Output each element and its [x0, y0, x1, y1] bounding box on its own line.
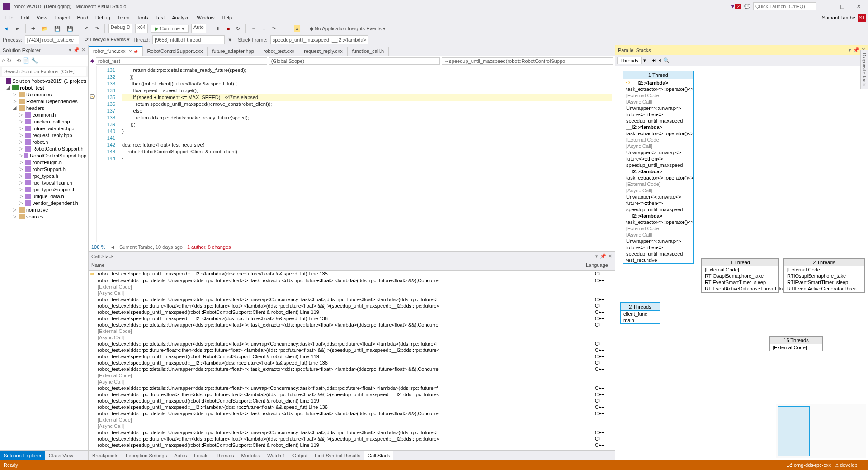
file-robotSupport.h[interactable]: ▷robotSupport.h — [0, 166, 88, 172]
code-editor[interactable]: ⇨ 13113213313413513613713813914014114214… — [89, 66, 615, 242]
tab-function_call.h[interactable]: function_call.h — [348, 47, 389, 56]
nav-project[interactable]: robot_test — [96, 57, 267, 65]
show-all-icon[interactable]: 📄 — [23, 57, 29, 64]
file-RobotControlSupport.hpp[interactable]: ▷RobotControlSupport.hpp — [0, 152, 88, 159]
zoom-level[interactable]: 100 % — [91, 244, 105, 250]
tab-RobotControlSupport.cxx[interactable]: RobotControlSupport.cxx — [143, 47, 208, 56]
break-all-icon[interactable]: ⏸ — [214, 25, 222, 32]
menu-project[interactable]: Project — [51, 14, 73, 21]
thread-combo[interactable]: [9656] ntdll.dll thread — [152, 35, 225, 44]
callstack-col-name[interactable]: Name — [89, 261, 583, 270]
file-common.h[interactable]: ▷common.h — [0, 111, 88, 118]
step-out-icon[interactable]: ↑ — [280, 25, 287, 32]
file-unique_data.h[interactable]: ▷unique_data.h — [0, 193, 88, 199]
restart-icon[interactable]: ↻ — [234, 25, 242, 32]
file-robotPlugin.h[interactable]: ▷robotPlugin.h — [0, 159, 88, 166]
stop-icon[interactable]: ■ — [225, 25, 232, 32]
undo-icon[interactable]: ↶ — [83, 25, 90, 32]
callstack-row[interactable]: robot_test.exe!speedup_until_maxspeed(ro… — [89, 309, 615, 315]
status-publish-icon[interactable]: ↑ — [862, 462, 865, 468]
thread-filter-icon[interactable]: ▼ — [227, 37, 232, 43]
parallel-stacks-minimap[interactable] — [776, 404, 866, 458]
user-name[interactable]: Sumant Tambe — [822, 15, 855, 20]
callstack-row[interactable]: [External Code] — [89, 284, 615, 290]
tab-class-view[interactable]: Class View — [45, 451, 77, 460]
nav-scope[interactable]: (Global Scope) — [269, 57, 440, 65]
feedback-icon[interactable]: 💬 — [744, 4, 750, 9]
callstack-row[interactable]: robot_test.exe!dds::rpc::details::Unwrap… — [89, 341, 615, 347]
callstack-row[interactable]: robot_test.exe!speedup_until_maxspeed(ro… — [89, 442, 615, 448]
callstack-col-lang[interactable]: Language — [583, 261, 615, 270]
nav-back-icon[interactable]: ◄ — [2, 25, 10, 32]
callstack-row[interactable]: robot_test.exe!dds::rpc::details::Unwrap… — [89, 322, 615, 328]
file-rpc_typesSupport.h[interactable]: ▷rpc_typesSupport.h — [0, 186, 88, 193]
menu-file[interactable]: File — [2, 14, 17, 21]
config-combo[interactable]: Debug D — [108, 24, 132, 33]
properties-icon[interactable]: 🔧 — [31, 57, 38, 64]
sync-icon[interactable]: ⟲ — [16, 57, 21, 64]
collapse-icon[interactable]: ↻ — [7, 57, 11, 64]
file-vendor_dependent.h[interactable]: ▷vendor_dependent.h — [0, 199, 88, 206]
callstack-row[interactable]: [External Code] — [89, 328, 615, 334]
open-icon[interactable]: 📂 — [40, 25, 50, 32]
status-repo[interactable]: ⎇ omg-dds-rpc-cxx — [787, 462, 831, 468]
menu-edit[interactable]: Edit — [17, 14, 33, 21]
file-request_reply.hpp[interactable]: ▷request_reply.hpp — [0, 132, 88, 138]
stackframe-combo[interactable]: speedup_until_maxspeed::__l2::<lambda> — [270, 35, 368, 44]
auto-combo[interactable]: Auto — [191, 24, 206, 33]
notification-flag-icon[interactable]: ▼2 — [731, 4, 741, 9]
callstack-row[interactable]: ⇨robot_test.exe!speedup_until_maxspeed::… — [89, 271, 615, 277]
lifecycle-dropdown[interactable]: ⟳ Lifecycle Events ▾ — [85, 37, 130, 43]
callstack-row[interactable]: robot_test.exe!dds::rpc::details::Unwrap… — [89, 429, 615, 436]
callstack-row[interactable]: [Async Call] — [89, 423, 615, 429]
callstack-row[interactable]: robot_test.exe!dds::rpc::details::Unwrap… — [89, 277, 615, 284]
nav-fwd-icon[interactable]: ► — [13, 25, 22, 32]
diagnostic-tools-tab[interactable]: Diagnostic Tools — [860, 50, 868, 89]
callstack-row[interactable]: [Async Call] — [89, 379, 615, 385]
tab-robot_func.cxx[interactable]: robot_func.cxx✕ — [89, 46, 143, 56]
callstack-row[interactable]: [Async Call] — [89, 290, 615, 296]
parallel-stacks-canvas[interactable]: 1 Thread⇨__l2::<lambda>task_extractor<>:… — [615, 66, 868, 460]
ps-tool-icon[interactable]: ⊞ — [651, 57, 656, 63]
codelens-author[interactable]: Sumant Tambe, 10 days ago — [119, 244, 183, 250]
callstack-row[interactable]: [Async Call] — [89, 334, 615, 341]
file-RobotControlSupport.h[interactable]: ▷RobotControlSupport.h — [0, 145, 88, 152]
bottom-tab-exception-settings[interactable]: Exception Settings — [122, 451, 170, 460]
bottom-tab-find-symbol-results[interactable]: Find Symbol Results — [311, 451, 364, 460]
menu-analyze[interactable]: Analyze — [168, 14, 193, 21]
callstack-row[interactable]: robot_test.exe!dds::rpc::future<float>::… — [89, 303, 615, 309]
insights-dropdown[interactable]: ◆ No Application Insights Events ▾ — [308, 25, 387, 32]
ps-view-combo[interactable]: Threads — [617, 57, 642, 64]
menu-help[interactable]: Help — [218, 14, 236, 21]
callstack-row[interactable]: robot_test.exe!dds::rpc::details::Unwrap… — [89, 366, 615, 372]
se-search-input[interactable] — [2, 67, 86, 76]
callstack-row[interactable]: robot_test.exe!dds::rpc::future<float>::… — [89, 391, 615, 398]
solution-tree[interactable]: Solution 'robot-vs2015' (1 project) ◢rob… — [0, 77, 88, 450]
bottom-tab-output[interactable]: Output — [289, 451, 311, 460]
codelens-changes[interactable]: 1 author, 8 changes — [187, 244, 231, 250]
menu-view[interactable]: View — [33, 14, 51, 21]
bottom-tab-locals[interactable]: Locals — [190, 451, 212, 460]
bottom-tab-watch-1[interactable]: Watch 1 — [264, 451, 289, 460]
user-avatar[interactable]: ST — [858, 14, 866, 22]
step-into-icon[interactable]: ↓ — [261, 25, 267, 32]
callstack-body[interactable]: ⇨robot_test.exe!speedup_until_maxspeed::… — [89, 271, 615, 450]
callstack-row[interactable]: robot_test.exe!dds::rpc::details::Unwrap… — [89, 296, 615, 303]
process-combo[interactable]: [7424] robot_test.exe — [25, 35, 79, 44]
file-rpc_typesPlugin.h[interactable]: ▷rpc_typesPlugin.h — [0, 179, 88, 186]
quick-launch-input[interactable] — [753, 2, 816, 10]
callstack-row[interactable]: robot_test.exe!speedup_until_maxspeed(ro… — [89, 353, 615, 360]
menu-build[interactable]: Build — [74, 14, 92, 21]
callstack-row[interactable]: [External Code] — [89, 372, 615, 379]
callstack-row[interactable]: robot_test.exe!speedup_until_maxspeed::_… — [89, 404, 615, 410]
new-project-icon[interactable]: ✚ — [29, 25, 37, 32]
menu-team[interactable]: Team — [114, 14, 133, 21]
bottom-tab-autos[interactable]: Autos — [170, 451, 190, 460]
bottom-tab-breakpoints[interactable]: Breakpoints — [89, 451, 122, 460]
tab-request_reply.cxx[interactable]: request_reply.cxx — [299, 47, 347, 56]
bottom-tab-threads[interactable]: Threads — [212, 451, 237, 460]
bottom-tab-call-stack[interactable]: Call Stack — [364, 451, 394, 460]
menu-tools[interactable]: Tools — [133, 14, 152, 21]
status-branch[interactable]: ⎌ develop — [835, 462, 858, 468]
callstack-row[interactable]: robot_test.exe!dds::rpc::details::Unwrap… — [89, 410, 615, 417]
